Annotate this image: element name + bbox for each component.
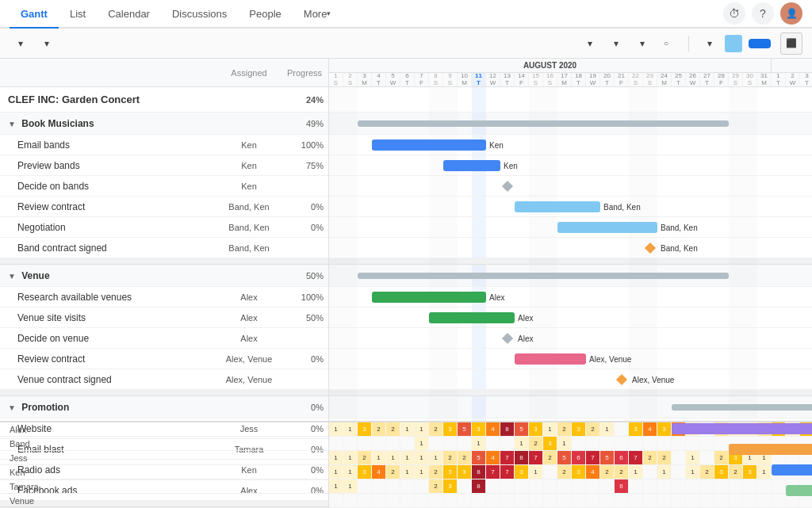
project-name: CLEF INC: Garden Concert <box>0 94 217 105</box>
color-swatch-btn[interactable] <box>725 35 742 52</box>
heatmap-label: Tamara <box>0 479 328 494</box>
section-venue[interactable]: ▼ Venue 50% <box>0 265 328 287</box>
gantt-row: Alex <box>329 328 812 349</box>
gantt-row: Band, Ken <box>329 238 812 258</box>
col-progress-header: Progress <box>281 68 328 78</box>
view-chevron: ▾ <box>44 38 49 49</box>
heatmap-label: Ken <box>0 465 328 479</box>
task-progress: 100% <box>281 140 328 150</box>
task-assigned: Ken <box>217 161 281 170</box>
tab-people[interactable]: People <box>238 0 292 29</box>
tab-gantt[interactable]: Gantt <box>10 0 59 29</box>
hide-completed-toggle[interactable]: ○ <box>657 36 679 51</box>
gantt-row: Band, Ken <box>329 197 812 217</box>
section-musicians[interactable]: ▼ Book Musicians 49% <box>0 113 328 135</box>
section-promotion-progress: 0% <box>281 403 328 412</box>
project-progress: 24% <box>281 95 328 105</box>
column-headers: Assigned Progress <box>0 59 328 87</box>
everyone-chevron: ▾ <box>588 38 592 49</box>
task-name: Decide on venue <box>0 333 217 344</box>
day-header: 1S2S3M4T5W6T7F8S9S10M11T12W13T14F15S16S1… <box>329 73 812 87</box>
heatmap: AlexBandJessKenTamaraVenue 1132211235348… <box>0 421 812 508</box>
task-assigned: Ken <box>217 181 281 191</box>
gantt-row <box>329 265 812 287</box>
gantt-row: Alex <box>329 307 812 328</box>
tab-list[interactable]: List <box>59 0 97 29</box>
tab-calendar[interactable]: Calendar <box>97 0 161 29</box>
zoom-button[interactable]: ▾ <box>699 35 718 52</box>
clock-icon-btn[interactable]: ⏱ <box>723 2 745 25</box>
task-row: Decide on venue Alex <box>0 328 328 349</box>
task-name: Decide on bands <box>0 181 217 192</box>
task-assigned: Alex <box>217 334 281 343</box>
section-venue-name: ▼ Venue <box>0 270 217 281</box>
task-name: Venue site visits <box>0 312 217 323</box>
col-assigned-header: Assigned <box>217 68 281 78</box>
task-name: Review contract <box>0 353 217 365</box>
task-assigned: Band, Ken <box>217 223 281 232</box>
task-row: Email bands Ken 100% <box>0 135 328 155</box>
task-progress: 0% <box>281 202 328 212</box>
invite-people-button[interactable] <box>749 39 771 48</box>
heatmap-row: 1134211233877312342211123231 <box>329 465 812 479</box>
task-progress: 75% <box>281 161 328 170</box>
heatmap-row: 112386 <box>329 479 812 494</box>
section-venue-progress: 50% <box>281 271 328 281</box>
view-button[interactable]: ▾ <box>36 35 56 52</box>
task-name: Band contract signed <box>0 243 217 254</box>
everyone-filter[interactable]: ▾ <box>579 35 599 52</box>
section-musicians-name: ▼ Book Musicians <box>0 118 217 129</box>
task-row: Venue contract signed Alex, Venue <box>0 369 328 390</box>
tab-discussions[interactable]: Discussions <box>161 0 238 29</box>
section-promotion-name: ▼ Promotion <box>0 402 217 413</box>
all-dates-chevron: ▾ <box>614 38 619 49</box>
task-assigned: Alex <box>217 292 281 302</box>
task-assigned: Band, Ken <box>217 202 281 212</box>
heatmap-row <box>329 494 812 508</box>
menu-chevron: ▾ <box>18 38 23 49</box>
export-button[interactable]: ⬛ <box>780 32 802 55</box>
all-colors-chevron: ▾ <box>640 38 645 49</box>
section-musicians-progress: 49% <box>281 119 328 128</box>
section-promotion[interactable]: ▼ Promotion 0% <box>0 396 328 418</box>
task-name: Email bands <box>0 139 217 151</box>
gantt-row: Band, Ken <box>329 217 812 238</box>
zoom-chevron: ▾ <box>707 38 712 49</box>
gantt-row: Alex, Venue <box>329 349 812 369</box>
task-progress: 50% <box>281 313 328 323</box>
project-row: CLEF INC: Garden Concert 24% <box>0 87 328 113</box>
task-progress: 0% <box>281 223 328 232</box>
task-progress: 100% <box>281 292 328 302</box>
avatar[interactable]: 👤 <box>780 2 802 25</box>
task-name: Review contract <box>0 201 217 212</box>
gantt-row <box>329 258 812 265</box>
gantt-row <box>329 396 812 418</box>
gantt-row: Ken <box>329 155 812 176</box>
menu-button[interactable]: ▾ <box>10 35 29 52</box>
heatmap-label: Band <box>0 437 328 451</box>
month-header: AUGUST 2020SEPTEMBER 2 <box>329 59 812 73</box>
task-row: Venue site visits Alex 50% <box>0 307 328 328</box>
help-icon-btn[interactable]: ? <box>752 2 774 25</box>
gantt-row <box>329 87 812 113</box>
gantt-row <box>329 176 812 197</box>
task-name: Negotiation <box>0 222 217 233</box>
heatmap-label: Jess <box>0 451 328 465</box>
gantt-row: Alex, Venue <box>329 369 812 390</box>
top-nav: Gantt List Calendar Discussions People M… <box>0 0 812 29</box>
heatmap-label: Venue <box>0 494 328 508</box>
gantt-row <box>329 390 812 396</box>
task-row: Review contract Alex, Venue 0% <box>0 349 328 369</box>
task-assigned: Alex <box>217 313 281 323</box>
tab-more[interactable]: More ▾ <box>293 0 343 29</box>
toolbar: ▾ ▾ ▾ ▾ ▾ ○ ▾ ⬛ <box>0 29 812 59</box>
task-row: Negotiation Band, Ken 0% <box>0 217 328 238</box>
task-assigned: Ken <box>217 140 281 150</box>
all-colors-filter[interactable]: ▾ <box>631 35 651 52</box>
all-dates-filter[interactable]: ▾ <box>605 35 625 52</box>
task-row: Band contract signed Band, Ken <box>0 238 328 258</box>
task-row: Research available venues Alex 100% <box>0 287 328 307</box>
task-progress: 0% <box>281 354 328 364</box>
gantt-row: Ken <box>329 135 812 155</box>
gantt-row: Alex <box>329 287 812 307</box>
